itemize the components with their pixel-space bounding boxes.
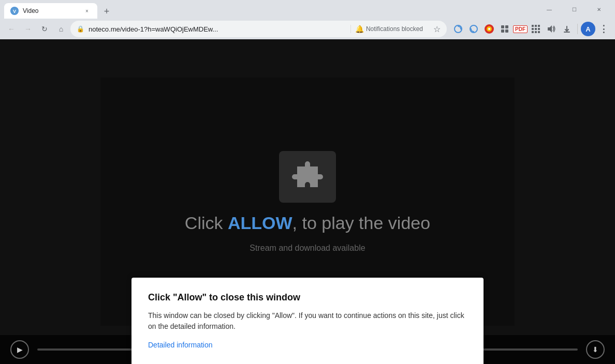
bell-icon: 🔔: [355, 25, 364, 33]
svg-marker-22: [548, 25, 552, 33]
active-tab[interactable]: V Video ×: [4, 3, 97, 19]
tab-close-button[interactable]: ×: [83, 7, 91, 15]
download-icon: ⬇: [592, 345, 598, 354]
address-input[interactable]: 🔒 noteco.me/video-1?h=waWQiOjEwMDEw... 🔔…: [70, 21, 447, 37]
close-button[interactable]: ✕: [587, 0, 611, 19]
popup-title: Click "Allow" to close this window: [148, 292, 467, 303]
svg-rect-19: [532, 31, 534, 33]
svg-rect-17: [535, 28, 537, 30]
svg-text:V: V: [13, 9, 16, 14]
svg-rect-10: [505, 25, 508, 28]
tab-title: Video: [23, 7, 79, 14]
allow-word: ALLOW: [228, 213, 292, 233]
pdf-label: PDF: [513, 25, 528, 33]
detailed-information-link[interactable]: Detailed information: [148, 341, 213, 349]
cast-download-icon[interactable]: [560, 22, 574, 36]
toolbar-separator: [577, 24, 578, 34]
sync-icon-2[interactable]: [466, 22, 481, 36]
url-text: noteco.me/video-1?h=waWQiOjEwMDEw...: [89, 25, 346, 33]
title-bar: V Video × + — ☐ ✕: [0, 0, 615, 19]
play-icon: ▶: [17, 345, 23, 354]
puzzle-icon: [292, 161, 323, 192]
svg-rect-14: [535, 25, 537, 27]
refresh-button[interactable]: ↻: [37, 22, 52, 36]
svg-rect-18: [538, 28, 540, 30]
svg-rect-15: [538, 25, 540, 27]
tabs-area: V Video × +: [4, 0, 537, 19]
minimize-button[interactable]: —: [537, 0, 561, 19]
popup-dialog: Click "Allow" to close this window This …: [131, 278, 484, 364]
video-main-text: Click ALLOW, to play the video: [185, 213, 430, 233]
popup-body: This window can be closed by clicking "A…: [148, 310, 467, 332]
svg-rect-20: [535, 31, 537, 33]
window-controls: — ☐ ✕: [537, 0, 611, 19]
download-button[interactable]: ⬇: [586, 340, 605, 359]
back-button[interactable]: ←: [4, 22, 19, 36]
svg-point-8: [488, 28, 490, 30]
pdf-button[interactable]: PDF: [513, 22, 528, 36]
plugin-missing-icon-wrapper: [279, 151, 336, 203]
toolbar-icons: PDF: [451, 22, 611, 36]
home-button[interactable]: ⌂: [54, 22, 68, 36]
video-sub-text: Stream and download available: [250, 244, 365, 253]
new-tab-button[interactable]: +: [99, 4, 114, 19]
apps-icon[interactable]: [529, 22, 543, 36]
svg-rect-9: [501, 25, 504, 28]
profile-donut-icon[interactable]: [482, 22, 496, 36]
notifications-blocked-label: Notifications blocked: [366, 25, 423, 33]
speaker-icon[interactable]: [544, 22, 559, 36]
play-button[interactable]: ▶: [10, 340, 29, 359]
profile-avatar[interactable]: A: [581, 22, 595, 36]
extension-icon[interactable]: [497, 22, 512, 36]
svg-rect-12: [505, 29, 508, 33]
notifications-blocked[interactable]: 🔔 Notifications blocked: [350, 25, 427, 33]
svg-rect-11: [501, 29, 504, 33]
lock-icon: 🔒: [77, 25, 84, 33]
svg-rect-16: [532, 28, 534, 30]
svg-rect-13: [532, 25, 534, 27]
tab-favicon: V: [10, 7, 19, 15]
sync-icon-1[interactable]: [451, 22, 465, 36]
menu-button[interactable]: ⋮: [596, 22, 611, 36]
maximize-button[interactable]: ☐: [562, 0, 586, 19]
forward-button[interactable]: →: [21, 22, 35, 36]
svg-rect-21: [538, 31, 540, 33]
address-bar: ← → ↻ ⌂ 🔒 noteco.me/video-1?h=waWQiOjEwM…: [0, 19, 615, 39]
page-content: Click ALLOW, to play the video Stream an…: [0, 39, 615, 364]
bookmark-star-icon[interactable]: ☆: [433, 24, 441, 34]
